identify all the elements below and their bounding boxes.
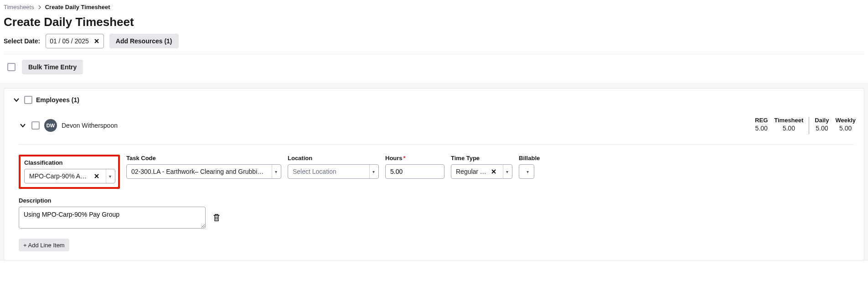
chevron-down-icon[interactable]: ▾ xyxy=(369,165,376,178)
taskcode-value: 02-300.LA - Earthwork– Clearing and Grub… xyxy=(131,168,267,175)
reg-label: REG xyxy=(755,117,768,124)
classification-select[interactable]: MPO-Carp-90% Appr. ▾ xyxy=(24,169,115,183)
chevron-down-icon[interactable]: ▾ xyxy=(272,165,278,178)
clear-classification-icon[interactable] xyxy=(92,173,101,179)
chevron-right-icon xyxy=(38,5,41,10)
divider xyxy=(19,144,854,145)
avatar: DW xyxy=(44,119,57,132)
location-label: Location xyxy=(288,155,379,162)
date-value: 01 / 05 / 2025 xyxy=(50,37,89,45)
breadcrumb: Timesheets Create Daily Timesheet xyxy=(4,4,864,10)
timesheet-label: Timesheet xyxy=(774,117,803,124)
description-label: Description xyxy=(19,197,228,204)
billable-select[interactable]: ▾ xyxy=(519,164,534,179)
timetype-select[interactable]: Regular Time ▾ xyxy=(451,164,512,179)
employee-checkbox[interactable] xyxy=(31,121,40,130)
bulk-select-checkbox[interactable] xyxy=(7,63,16,71)
weekly-label: Weekly xyxy=(835,117,856,124)
add-resources-button[interactable]: Add Resources (1) xyxy=(109,34,179,48)
divider xyxy=(4,54,864,54)
chevron-down-icon[interactable]: ▾ xyxy=(503,165,509,178)
classification-value: MPO-Carp-90% Appr. xyxy=(29,172,89,180)
daily-label: Daily xyxy=(815,117,829,124)
vertical-divider xyxy=(809,117,809,134)
daily-value: 5.00 xyxy=(815,125,829,132)
hours-label: Hours* xyxy=(385,155,444,162)
add-line-item-button[interactable]: + Add Line Item xyxy=(19,239,69,251)
page-title: Create Daily Timesheet xyxy=(4,15,864,29)
classification-highlight: Classification MPO-Carp-90% Appr. ▾ xyxy=(19,155,120,189)
bulk-time-entry-button[interactable]: Bulk Time Entry xyxy=(22,60,83,74)
chevron-down-icon[interactable]: ▾ xyxy=(527,169,529,174)
collapse-employees-icon[interactable] xyxy=(12,98,21,102)
timesheet-value: 5.00 xyxy=(774,125,803,132)
employee-name: Devon Witherspoon xyxy=(62,122,118,129)
chevron-down-icon[interactable]: ▾ xyxy=(106,169,112,183)
employees-header-label: Employees (1) xyxy=(36,96,79,104)
breadcrumb-current: Create Daily Timesheet xyxy=(45,4,110,10)
timetype-value: Regular Time xyxy=(456,168,486,175)
location-placeholder: Select Location xyxy=(293,168,365,175)
hours-input[interactable] xyxy=(385,164,444,179)
collapse-employee-icon[interactable] xyxy=(19,123,27,128)
billable-label: Billable xyxy=(519,155,540,162)
classification-label: Classification xyxy=(24,159,115,166)
employee-row: DW Devon Witherspoon REG 5.00 Timesheet … xyxy=(12,110,856,144)
trash-icon[interactable] xyxy=(213,214,220,222)
timetype-label: Time Type xyxy=(451,155,512,162)
clear-timetype-icon[interactable] xyxy=(489,169,498,174)
taskcode-select[interactable]: 02-300.LA - Earthwork– Clearing and Grub… xyxy=(126,164,281,179)
location-select[interactable]: Select Location ▾ xyxy=(288,164,379,179)
description-textarea[interactable]: Using MPO-Carp-90% Pay Group xyxy=(19,207,206,229)
clear-date-icon[interactable] xyxy=(93,38,100,44)
taskcode-label: Task Code xyxy=(126,155,281,162)
reg-value: 5.00 xyxy=(755,125,768,132)
breadcrumb-root[interactable]: Timesheets xyxy=(4,4,34,10)
select-date-label: Select Date: xyxy=(4,37,40,45)
weekly-value: 5.00 xyxy=(835,125,856,132)
date-picker[interactable]: 01 / 05 / 2025 xyxy=(46,34,104,48)
employees-checkbox[interactable] xyxy=(24,96,32,104)
employees-card: Employees (1) DW Devon Witherspoon REG 5… xyxy=(4,88,864,261)
